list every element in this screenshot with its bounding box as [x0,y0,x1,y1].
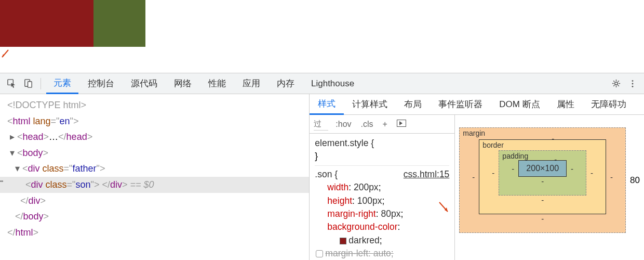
device-toggle-icon[interactable] [21,76,35,91]
bm-padding[interactable]: padding - - 200×100 - - [499,150,586,196]
more-icon[interactable] [625,76,640,91]
bm-margin[interactable]: margin - - border - - [459,127,626,233]
tab-memory[interactable]: 内存 [270,73,302,94]
annotation-arrow [438,201,452,215]
dom-body-open[interactable]: ▾<body> [7,145,309,161]
subtab-styles[interactable]: 样式 [310,94,344,115]
box-model-panel: margin - - border - - [455,115,644,260]
new-rule-button[interactable]: + [381,120,390,129]
color-swatch-icon[interactable] [340,238,346,244]
rule-son[interactable]: .son { css.html:15 width: 200px; height:… [315,168,449,260]
father-element [0,0,145,47]
cls-button[interactable]: .cls [359,120,375,129]
tab-performance[interactable]: 性能 [201,73,233,94]
prop-toggle-checkbox[interactable] [316,250,323,257]
svg-point-6 [632,85,634,87]
inspect-icon[interactable] [4,76,19,91]
sub-tab-bar: 样式 计算样式 布局 事件监听器 DOM 断点 属性 无障碍功 [310,94,644,115]
subtab-accessibility[interactable]: 无障碍功 [583,94,635,115]
tab-sources[interactable]: 源代码 [124,73,165,94]
dom-doctype[interactable]: <!DOCTYPE html> [7,100,86,110]
subtab-layout[interactable]: 布局 [396,94,430,115]
tab-console[interactable]: 控制台 [81,73,122,94]
svg-rect-2 [28,82,32,87]
subtab-computed[interactable]: 计算样式 [344,94,396,115]
bm-margin-right-value: 80 [630,175,640,186]
dom-head[interactable]: ▸<head>…</head> [7,129,309,145]
gear-icon[interactable] [609,76,623,91]
dom-div-close[interactable]: </div> [7,193,309,209]
subtab-dom-breakpoints[interactable]: DOM 断点 [491,94,548,115]
rule-selector-son[interactable]: .son { [315,168,338,181]
subtab-properties[interactable]: 属性 [548,94,583,115]
dom-father-open[interactable]: ▾<div class="father"> [7,161,309,177]
tab-elements[interactable]: 元素 [46,73,78,94]
tab-lighthouse[interactable]: Lighthouse [304,73,361,94]
rule-source-link[interactable]: css.html:15 [404,168,450,181]
annotation-arrow [1,48,11,60]
subtab-listeners[interactable]: 事件监听器 [430,94,491,115]
rule-element-style[interactable]: element.style { } [315,137,449,166]
dom-son-selected[interactable]: <div class="son"> </div> == $0 [0,177,309,193]
son-element [0,0,93,47]
styles-toolbar: :hov .cls + [310,115,454,134]
styles-rules[interactable]: element.style { } .son { css.html:15 wid… [310,134,454,260]
devtools-panel: 元素 控制台 源代码 网络 性能 应用 内存 Lighthouse <!DOCT… [0,73,644,260]
divider [41,78,41,89]
filter-input[interactable] [314,118,328,131]
dom-body-close[interactable]: </body> [7,209,309,225]
bm-border[interactable]: border - - padding - - [479,139,606,214]
dom-html-open[interactable]: <html lang="en"> [7,113,309,129]
computed-toggle-icon[interactable] [395,120,408,129]
right-panels: 样式 计算样式 布局 事件监听器 DOM 断点 属性 无障碍功 :hov .cl… [310,94,644,260]
svg-point-3 [614,82,618,85]
tab-application[interactable]: 应用 [235,73,267,94]
main-tab-bar: 元素 控制台 源代码 网络 性能 应用 内存 Lighthouse [0,73,644,94]
page-preview [0,0,644,73]
styles-panel: :hov .cls + element.style { } [310,115,455,260]
elements-tree[interactable]: <!DOCTYPE html> <html lang="en"> ▸<head>… [0,94,310,260]
dom-html-close[interactable]: </html> [7,225,309,241]
svg-point-4 [632,80,634,82]
tab-network[interactable]: 网络 [167,73,199,94]
hov-button[interactable]: :hov [333,120,353,129]
svg-point-5 [632,83,634,84]
bm-content[interactable]: 200×100 [518,160,567,177]
